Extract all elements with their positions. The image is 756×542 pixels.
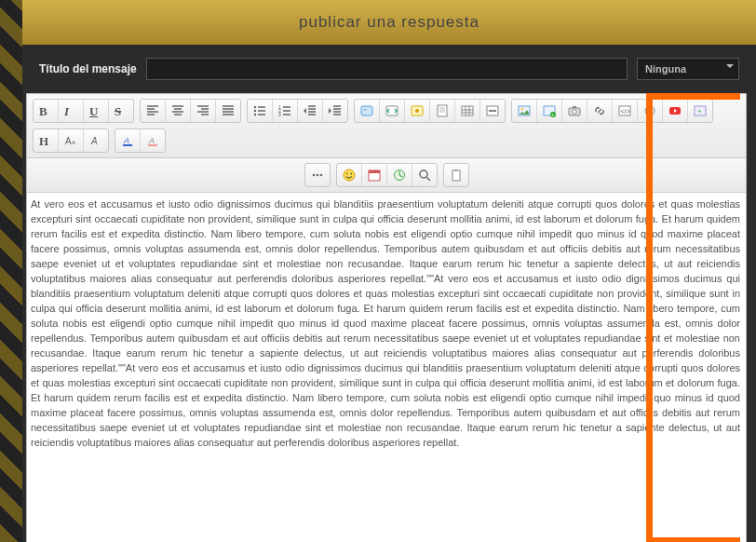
hr-button[interactable]	[480, 100, 505, 122]
toolbar-group-insert1: ”	[354, 99, 506, 123]
table-icon	[461, 104, 474, 117]
hr-icon	[486, 104, 499, 117]
toolbar-group-media: +</>+	[511, 99, 713, 123]
svg-point-36	[312, 174, 315, 177]
paste-button[interactable]	[444, 164, 468, 186]
note-button[interactable]	[430, 100, 455, 122]
svg-rect-47	[454, 169, 458, 171]
emoji-button[interactable]	[337, 164, 362, 186]
heading-button[interactable]: H	[34, 129, 59, 152]
indent-icon	[329, 104, 342, 117]
fontfam-icon: A	[89, 134, 102, 147]
more-icon	[311, 169, 324, 182]
svg-text:A: A	[148, 136, 155, 145]
screenshot-button[interactable]	[562, 100, 587, 122]
svg-text:+: +	[551, 112, 554, 117]
underline-icon: U	[89, 104, 102, 117]
toolbar-group-align	[140, 99, 241, 123]
toolbar-group-list: 123	[247, 99, 348, 123]
note-icon	[436, 104, 449, 117]
title-input[interactable]	[146, 58, 628, 80]
svg-rect-35	[148, 144, 157, 146]
date-button[interactable]	[362, 164, 387, 186]
embed-button[interactable]: </>	[613, 100, 638, 122]
editor: BIUS123”+</>+HAAAAA At vero eos et accus…	[26, 93, 747, 542]
svg-text:”: ”	[364, 107, 367, 115]
title-row: Título del mensaje Ninguna	[22, 45, 756, 93]
image-button[interactable]	[512, 100, 537, 122]
underline-button[interactable]: U	[84, 100, 109, 122]
svg-rect-33	[123, 144, 132, 146]
strike-button[interactable]: S	[109, 100, 133, 122]
hilite-icon: A	[146, 134, 159, 147]
svg-rect-11	[438, 105, 447, 116]
ordered-list-button[interactable]: 123	[273, 100, 298, 122]
image-host-button[interactable]: +	[537, 100, 562, 122]
italic-icon: I	[64, 104, 77, 117]
align-left-icon	[146, 104, 159, 117]
svg-point-2	[254, 114, 256, 115]
svg-text:A: A	[72, 140, 75, 145]
svg-text:A: A	[90, 136, 98, 146]
editor-text: At vero eos et accusamus et iusto odio d…	[31, 198, 740, 448]
more-button[interactable]	[305, 164, 330, 186]
toolbar-group-clipboard	[443, 163, 469, 187]
toolbar-group-emoji	[336, 163, 438, 187]
code-button[interactable]	[380, 100, 405, 122]
svg-point-15	[521, 108, 524, 111]
spoiler-button[interactable]	[405, 100, 430, 122]
svg-point-37	[316, 174, 318, 177]
svg-point-10	[415, 109, 419, 113]
svg-text:</>: </>	[621, 108, 630, 115]
highlight-color-button[interactable]: A	[141, 129, 165, 152]
editor-content[interactable]: At vero eos et accusamus et iusto odio d…	[27, 193, 746, 542]
align-center-icon	[171, 104, 184, 117]
quote-button[interactable]: ”	[355, 100, 380, 122]
toolbar-row-1: BIUS123”+</>+HAAAAA	[27, 94, 746, 158]
svg-point-0	[254, 106, 256, 108]
italic-button[interactable]: I	[59, 100, 84, 122]
unordered-list-button[interactable]	[248, 100, 273, 122]
time-icon	[393, 169, 406, 182]
outdent-button[interactable]	[298, 100, 323, 122]
anchor-button[interactable]	[638, 100, 663, 122]
fontsize-icon: AA	[64, 134, 77, 147]
align-right-button[interactable]	[191, 100, 216, 122]
anchor-icon	[643, 104, 656, 117]
svg-point-40	[345, 173, 347, 175]
indent-button[interactable]	[323, 100, 347, 122]
search-button[interactable]	[412, 164, 437, 186]
camera-icon	[568, 104, 581, 117]
time-button[interactable]	[387, 164, 412, 186]
spoiler-icon	[411, 104, 424, 117]
mediaplus-icon: +	[694, 104, 707, 117]
align-justify-button[interactable]	[216, 100, 240, 122]
font-family-button[interactable]: A	[84, 129, 108, 152]
toolbar-row-2	[27, 158, 746, 193]
svg-point-45	[420, 170, 427, 178]
font-color-button[interactable]: A	[115, 129, 141, 152]
youtube-button[interactable]	[663, 100, 688, 122]
align-justify-icon	[222, 104, 235, 117]
bold-button[interactable]: B	[34, 100, 59, 122]
svg-point-1	[254, 110, 256, 112]
link-button[interactable]	[587, 100, 613, 122]
svg-rect-43	[369, 170, 380, 173]
align-right-icon	[196, 104, 209, 117]
svg-point-21	[573, 110, 577, 115]
align-left-button[interactable]	[141, 100, 166, 122]
svg-text:A: A	[123, 136, 129, 145]
svg-point-38	[319, 174, 322, 177]
table-button[interactable]	[455, 100, 480, 122]
media-plus-button[interactable]: +	[688, 100, 712, 122]
left-decor	[0, 0, 22, 542]
font-size-button[interactable]: AA	[59, 129, 84, 152]
svg-text:+: +	[697, 107, 702, 115]
quote-icon: ”	[360, 104, 373, 117]
icon-select[interactable]: Ninguna	[637, 58, 739, 80]
panel-header: publicar una respuesta	[22, 0, 756, 45]
outdent-icon	[304, 104, 317, 117]
svg-text:A: A	[65, 136, 72, 146]
align-center-button[interactable]	[166, 100, 191, 122]
toolbar-group-format: BIUS	[33, 99, 134, 123]
